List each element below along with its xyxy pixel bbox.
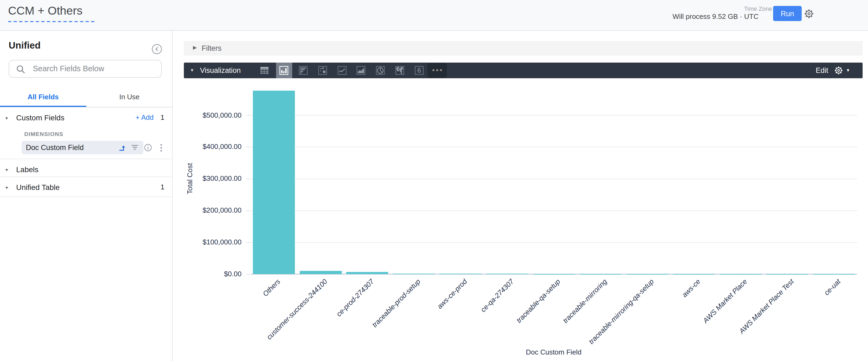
bar[interactable]	[393, 274, 435, 274]
expand-caret-icon[interactable]: ▸	[6, 167, 8, 172]
scatter-plot-icon[interactable]	[318, 66, 327, 75]
filters-bar[interactable]: ▶ Filters	[184, 41, 863, 56]
process-size-status: Will process 9.52 GB · UTC	[673, 12, 758, 21]
x-axis-tick-label-text: traceable-prod-setup	[370, 277, 422, 329]
expand-caret-icon[interactable]: ▸	[6, 185, 8, 190]
search-icon	[16, 65, 25, 74]
custom-fields-count: 1	[161, 113, 164, 121]
info-icon[interactable]	[144, 143, 152, 151]
bar-chart-icon[interactable]	[299, 66, 308, 75]
y-axis-tick-label: $0.00	[177, 270, 242, 278]
unified-table-count: 1	[161, 183, 164, 191]
visualization-toolbar: ▾ Visualization	[184, 63, 863, 78]
y-axis-tick	[246, 178, 250, 179]
collapse-caret-icon[interactable]: ▾	[191, 67, 193, 73]
edit-button[interactable]: Edit	[816, 66, 828, 75]
x-axis-tick-label-text: AWS Market Place	[701, 277, 748, 325]
grid-line	[251, 178, 857, 179]
y-axis-tick-label: $400,000.00	[177, 143, 242, 151]
y-axis-tick	[246, 274, 250, 274]
dimensions-group-label: DIMENSIONS	[24, 131, 63, 137]
collapse-panel-icon[interactable]	[152, 44, 162, 55]
grid-line	[251, 242, 857, 243]
field-label: Doc Custom Field	[26, 143, 84, 151]
y-axis-tick	[246, 242, 250, 243]
y-axis-tick	[246, 115, 250, 115]
app-root: CCM + Others Time Zone Will process 9.52…	[0, 0, 868, 361]
tab-all-fields[interactable]: All Fields	[0, 93, 86, 101]
divider	[0, 196, 173, 197]
fields-sidebar: Unified All Fields In Use ▾ Custom Field…	[0, 31, 173, 361]
tab-in-use[interactable]: In Use	[86, 93, 173, 101]
x-axis-tick-label-text: ce-uat	[822, 277, 842, 297]
filters-label: Filters	[202, 44, 222, 52]
y-axis-tick-label: $500,000.00	[177, 111, 242, 119]
x-axis-tick-label-text: ce-qa-274307	[479, 277, 515, 314]
grid-line	[251, 147, 857, 147]
datasource-title: Unified	[9, 40, 41, 51]
app-header: CCM + Others Time Zone Will process 9.52…	[0, 0, 868, 31]
single-value-icon[interactable]: 6	[414, 66, 424, 75]
grid-line	[251, 210, 857, 211]
section-labels[interactable]: Labels	[16, 165, 38, 174]
page-title[interactable]: CCM + Others	[8, 4, 94, 22]
x-axis-title: Doc Custom Field	[526, 348, 582, 356]
y-axis-tick	[246, 210, 250, 211]
gear-dropdown-caret-icon[interactable]: ▼	[846, 68, 850, 73]
bar[interactable]	[346, 272, 389, 274]
search-input[interactable]	[33, 61, 157, 76]
search-field-container	[9, 60, 162, 78]
line-chart-icon[interactable]	[338, 66, 347, 75]
area-chart-icon[interactable]	[356, 66, 366, 75]
time-zone-label: Time Zone	[744, 5, 772, 12]
svg-text:6: 6	[417, 67, 421, 74]
column-chart-icon[interactable]	[279, 66, 288, 75]
chart-settings-gear-icon[interactable]	[834, 66, 843, 75]
divider	[0, 159, 173, 159]
table-icon[interactable]	[260, 66, 269, 75]
x-axis-tick-label-text: ce-prod-274307	[335, 277, 375, 318]
grid-line	[251, 115, 857, 115]
visualization-label: Visualization	[200, 66, 241, 75]
more-options-icon[interactable]	[160, 143, 163, 152]
pivot-arrow-icon[interactable]	[118, 143, 126, 151]
bar[interactable]	[300, 271, 342, 274]
run-button[interactable]: Run	[773, 6, 802, 21]
x-axis-tick-label-text: aws-ce	[680, 277, 702, 299]
expand-caret-icon: ▶	[193, 45, 197, 50]
y-axis-tick-label: $200,000.00	[177, 206, 242, 214]
y-axis-tick	[246, 147, 250, 147]
divider	[0, 176, 173, 177]
ellipsis-icon	[432, 68, 443, 72]
x-axis-tick-label-text: aws-ce-prod	[436, 277, 468, 310]
x-axis-tick-label-text: traceable-mirroring	[561, 277, 609, 325]
section-unified-table[interactable]: Unified Table	[16, 183, 60, 192]
x-axis-tick-label-text: traceable-qa-setup	[515, 277, 562, 325]
filter-icon[interactable]	[131, 143, 138, 151]
settings-gear-icon[interactable]	[804, 9, 814, 19]
tab-divider	[0, 107, 173, 107]
x-axis-tick-label-text: AWS Market Place Test	[737, 277, 795, 335]
more-chart-types-button[interactable]	[428, 63, 447, 78]
section-custom-fields[interactable]: Custom Fields	[16, 113, 64, 122]
bar[interactable]	[253, 91, 295, 274]
y-axis-tick-label: $100,000.00	[177, 238, 242, 246]
x-axis-tick-label-text: Others	[261, 277, 282, 298]
pie-chart-icon[interactable]	[376, 66, 385, 75]
y-axis-tick-label: $300,000.00	[177, 174, 242, 183]
page-title-text: CCM + Others	[8, 4, 94, 22]
geo-map-icon[interactable]	[395, 66, 404, 75]
add-field-button[interactable]: + Add	[135, 113, 154, 121]
expand-caret-icon[interactable]: ▾	[5, 115, 8, 121]
